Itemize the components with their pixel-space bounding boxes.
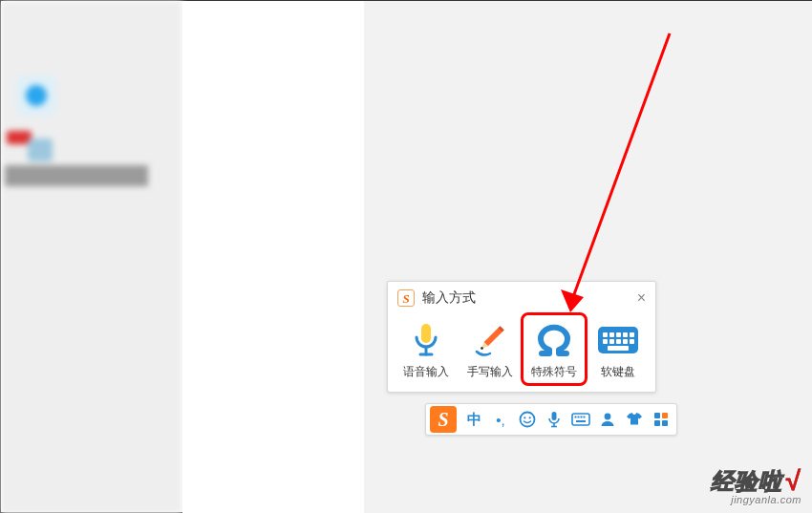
blurred-sidebar (1, 1, 182, 513)
microphone-icon (404, 320, 448, 360)
svg-point-20 (524, 417, 525, 418)
popup-options: 语音输入 手写输入 (388, 312, 655, 392)
handwriting-input-option[interactable]: 手写输入 (460, 316, 520, 382)
watermark-title: 经验啦 (711, 469, 782, 493)
skin-button[interactable] (623, 408, 646, 431)
svg-rect-25 (572, 414, 589, 425)
keyboard-button[interactable] (569, 408, 592, 431)
input-method-popup: S 输入方式 × 语音输入 (387, 281, 656, 393)
option-label: 软键盘 (588, 364, 648, 380)
svg-rect-15 (616, 339, 621, 344)
svg-rect-9 (609, 332, 614, 337)
emoji-button[interactable] (516, 408, 539, 431)
svg-rect-8 (603, 332, 608, 337)
svg-rect-33 (662, 413, 668, 418)
check-icon: √ (786, 467, 801, 495)
lang-toggle-button[interactable]: 中 (462, 408, 485, 431)
svg-rect-28 (581, 417, 583, 418)
svg-point-19 (521, 413, 535, 427)
voice-button[interactable] (543, 408, 566, 431)
svg-rect-12 (630, 332, 634, 337)
popup-header: S 输入方式 × (388, 282, 655, 312)
user-button[interactable] (596, 408, 619, 431)
option-label: 特殊符号 (524, 364, 584, 380)
sogou-logo-icon: S (397, 289, 415, 307)
option-label: 语音输入 (396, 364, 456, 380)
document-area (182, 1, 364, 513)
svg-point-31 (605, 414, 611, 420)
sogou-logo-icon[interactable]: S (430, 406, 457, 433)
voice-input-option[interactable]: 语音输入 (396, 316, 456, 382)
app-canvas: S 输入方式 × 语音输入 (0, 0, 812, 513)
svg-rect-32 (654, 413, 660, 418)
svg-rect-16 (623, 339, 628, 344)
omega-icon (532, 320, 576, 360)
right-background (364, 1, 812, 513)
svg-rect-35 (662, 420, 668, 426)
svg-rect-22 (552, 412, 557, 420)
svg-point-21 (529, 417, 531, 418)
option-label: 手写输入 (460, 364, 520, 380)
special-symbols-option[interactable]: 特殊符号 (524, 316, 584, 382)
watermark-url: jingyanla.com (711, 495, 801, 506)
ime-toolbar: S 中 •, (425, 403, 677, 436)
svg-rect-34 (654, 420, 660, 426)
popup-title: 输入方式 (422, 289, 476, 307)
pencil-icon (468, 320, 512, 360)
close-icon[interactable]: × (637, 291, 646, 305)
svg-rect-30 (576, 420, 586, 422)
svg-rect-13 (603, 339, 608, 344)
svg-rect-0 (421, 324, 431, 343)
svg-rect-29 (584, 417, 586, 418)
svg-rect-14 (609, 339, 614, 344)
toolbox-button[interactable] (650, 408, 673, 431)
keyboard-icon (596, 320, 640, 360)
svg-rect-3 (483, 328, 502, 347)
svg-rect-26 (575, 417, 577, 418)
punct-toggle-button[interactable]: •, (489, 408, 512, 431)
sogou-glyph: S (402, 292, 409, 305)
svg-rect-11 (623, 332, 628, 337)
svg-rect-17 (630, 339, 634, 344)
soft-keyboard-option[interactable]: 软键盘 (588, 316, 648, 382)
sogou-glyph: S (438, 410, 448, 429)
svg-rect-18 (608, 346, 629, 351)
svg-rect-27 (578, 417, 580, 418)
svg-rect-10 (616, 332, 621, 337)
watermark: 经验啦 √ jingyanla.com (711, 467, 801, 506)
